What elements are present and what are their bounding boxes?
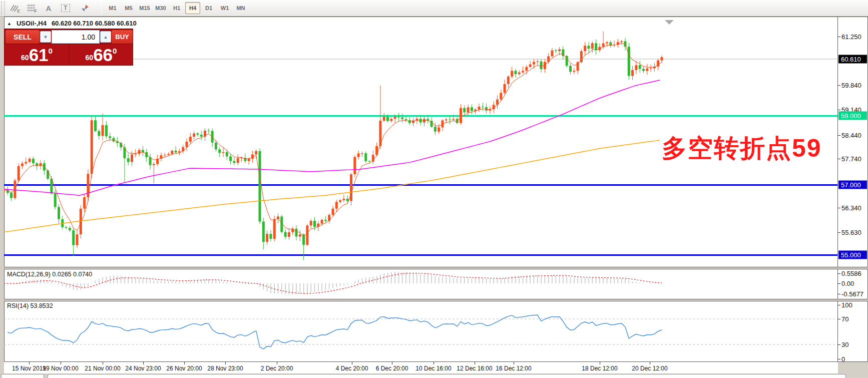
sell-price-sup: 0 — [49, 47, 53, 55]
text-box-icon[interactable]: T — [57, 2, 74, 15]
time-axis-tick — [392, 362, 392, 364]
icon-sub-e: E — [17, 9, 20, 14]
toolbar: E F A T ▼ M1M5M15M30H1H4D1W1MN — [0, 0, 868, 17]
price-axis-label: 59.840 — [841, 82, 861, 89]
price-axis-label: 55.630 — [841, 229, 861, 236]
buy-price-big: 66 — [93, 46, 113, 65]
sell-button[interactable]: SELL — [6, 30, 40, 44]
time-axis-tick — [143, 362, 144, 364]
price-axis-label: 55.000 — [838, 251, 867, 259]
time-axis-label: 15 Nov 2019 — [12, 365, 46, 372]
macd-axis-label: 0.5586 — [841, 270, 861, 277]
rsi-axis-tick — [838, 305, 840, 305]
price-axis-tick — [838, 232, 840, 233]
arrows-style-icon[interactable]: ▼ — [74, 2, 96, 15]
buy-price-sup: 0 — [113, 47, 117, 55]
macd-axis-label: 0.00 — [841, 280, 854, 287]
letter-a-glyph: A — [46, 4, 52, 13]
price-axis-tick — [838, 85, 840, 86]
timeframe-button-d1[interactable]: D1 — [201, 2, 216, 14]
time-axis[interactable]: 15 Nov 201919 Nov 00:0021 Nov 00:0024 No… — [4, 362, 838, 373]
time-axis-label: 21 Nov 00:00 — [85, 365, 120, 372]
time-axis-label: 24 Nov 23:00 — [125, 365, 161, 372]
time-axis-tick — [184, 362, 185, 364]
price-axis-label: 56.340 — [841, 204, 861, 212]
time-axis-label: 2 Dec 20:00 — [261, 365, 293, 372]
time-axis-tick — [352, 362, 352, 364]
price-axis: 61.25060.61059.84059.14059.00058.44057.7… — [838, 17, 868, 267]
timeframe-button-m15[interactable]: M15 — [137, 2, 152, 14]
collapse-triangle-icon[interactable]: ▲ — [7, 21, 12, 26]
chart-title: ▲ USOil-,H4 60.620 60.710 60.580 60.610 — [7, 20, 137, 27]
volume-increase-button[interactable]: ▲ — [100, 31, 111, 43]
time-axis-tick — [277, 362, 277, 364]
time-axis-tick — [29, 362, 30, 364]
time-axis-label: 10 Dec 16:00 — [415, 365, 451, 372]
price-axis-label: 57.000 — [838, 181, 867, 189]
rsi-axis-tick — [838, 359, 840, 359]
price-axis-tick — [838, 110, 840, 110]
macd-axis-tick — [838, 283, 840, 284]
one-click-trade-panel: SELL ▼ ▲ BUY 60 61 0 60 66 0 — [4, 29, 133, 66]
time-axis-label: 28 Nov 23:00 — [207, 365, 243, 372]
timeframe-group: M1M5M15M30H1H4D1W1MN — [105, 2, 249, 14]
price-axis-label: 57.740 — [841, 155, 861, 163]
symbol-period-label: USOil-,H4 — [17, 20, 47, 27]
volume-decrease-button[interactable]: ▼ — [40, 31, 51, 43]
time-axis-tick — [600, 362, 600, 364]
time-axis-tick — [514, 362, 514, 364]
time-axis-label: 6 Dec 20:00 — [376, 365, 408, 372]
time-axis-tick — [650, 362, 650, 364]
price-axis-label: 61.250 — [841, 33, 861, 41]
sell-price-tile[interactable]: 60 61 0 — [5, 45, 69, 65]
timeframe-button-m1[interactable]: M1 — [105, 2, 120, 14]
rsi-indicator — [4, 301, 837, 361]
grid-icon[interactable]: F — [23, 2, 40, 15]
time-axis-label: 16 Dec 12:00 — [496, 365, 531, 372]
macd-axis: 0.55860.00-0.5677 — [838, 269, 868, 299]
horizontal-scrollbar[interactable] — [48, 374, 846, 378]
time-axis-tick — [433, 362, 434, 364]
timeframe-button-w1[interactable]: W1 — [217, 2, 232, 14]
time-axis-label: 4 Dec 20:00 — [336, 365, 368, 372]
chart-tab[interactable] — [1, 374, 44, 378]
chinese-annotation-text: 多空转折点59 — [662, 132, 822, 165]
rsi-axis-label: 0 — [841, 355, 845, 363]
buy-button[interactable]: BUY — [112, 30, 133, 44]
timeframe-button-h4[interactable]: H4 — [185, 2, 200, 14]
text-label-icon[interactable]: A — [40, 2, 57, 15]
icon-sub-f: F — [35, 9, 38, 14]
rsi-label: RSI(14) 53.8532 — [7, 302, 53, 309]
time-axis-label: 18 Dec 12:00 — [582, 365, 617, 372]
timeframe-button-mn[interactable]: MN — [233, 2, 248, 14]
timeframe-button-m5[interactable]: M5 — [121, 2, 136, 14]
price-axis-tick — [838, 135, 840, 136]
macd-indicator — [4, 269, 837, 299]
time-axis-label: 20 Dec 12:00 — [632, 365, 667, 372]
time-axis-label: 26 Nov 20:00 — [166, 365, 202, 372]
toolbar-drag-handle[interactable] — [1, 2, 5, 15]
time-axis-label: 19 Nov 00:00 — [43, 365, 78, 372]
buy-price-tile[interactable]: 60 66 0 — [70, 45, 133, 65]
buy-price-prefix: 60 — [86, 54, 94, 62]
price-axis-label: 59.000 — [838, 112, 867, 120]
toolbar-separator — [101, 2, 102, 14]
price-axis-label: 60.610 — [838, 55, 867, 64]
draw-study-icon[interactable]: E — [6, 2, 23, 15]
macd-axis-tick — [838, 273, 840, 274]
volume-input[interactable] — [52, 30, 100, 44]
letter-t-glyph: T — [61, 4, 70, 12]
rsi-axis-label: 70 — [841, 315, 848, 323]
sell-price-big: 61 — [29, 46, 49, 65]
chart-shift-marker-icon[interactable] — [665, 20, 674, 25]
time-axis-tick — [225, 362, 226, 364]
price-axis-tick — [838, 37, 840, 37]
rsi-axis-label: 30 — [841, 341, 848, 348]
price-axis-tick — [838, 208, 840, 208]
timeframe-button-h1[interactable]: H1 — [169, 2, 184, 14]
price-axis-label: 58.440 — [841, 132, 861, 139]
timeframe-button-m30[interactable]: M30 — [153, 2, 168, 14]
time-axis-label: 12 Dec 16:00 — [457, 365, 492, 372]
bottom-scroll-strip — [0, 373, 868, 378]
time-axis-tick — [61, 362, 61, 364]
